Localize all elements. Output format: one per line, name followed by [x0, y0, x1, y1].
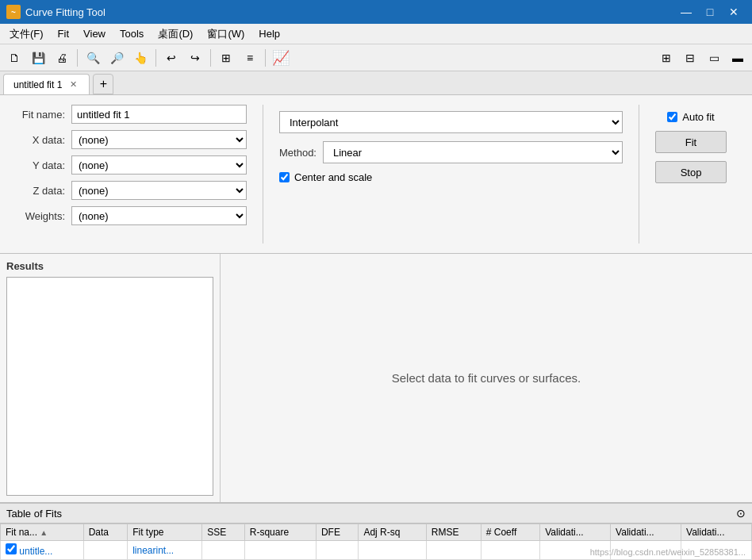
toolbar-list[interactable]: ≡: [239, 47, 261, 69]
col-validation-3[interactable]: Validati...: [681, 524, 752, 541]
tab-label: untitled fit 1: [13, 79, 62, 90]
cell-data: [83, 541, 127, 560]
x-data-label: X data:: [10, 134, 65, 146]
top-panel: Fit name: X data: (none) Y data: (none) …: [0, 95, 752, 254]
auto-fit-label: Auto fit: [682, 111, 714, 123]
toolbar-separator-4: [265, 49, 266, 67]
col-adj-rsq[interactable]: Adj R-sq: [359, 524, 426, 541]
toolbar-right-buttons: ⊞ ⊟ ▭ ▬: [655, 47, 749, 69]
menu-help[interactable]: Help: [252, 25, 286, 42]
toolbar-new[interactable]: 🗋: [3, 47, 25, 69]
menu-fit[interactable]: Fit: [52, 25, 75, 42]
table-title: Table of Fits: [6, 508, 62, 520]
form-panel: Fit name: X data: (none) Y data: (none) …: [10, 105, 263, 244]
menu-tools[interactable]: Tools: [113, 25, 150, 42]
toolbar-undo[interactable]: ↩: [160, 47, 182, 69]
view-grid-2x2[interactable]: ⊞: [655, 47, 677, 69]
weights-label: Weights:: [10, 210, 65, 222]
fit-name-label: Fit name:: [10, 109, 65, 121]
tab-add-button[interactable]: +: [93, 74, 113, 94]
table-header-bar: Table of Fits ⊙: [0, 504, 752, 524]
x-data-select[interactable]: (none): [71, 130, 247, 149]
table-collapse-button[interactable]: ⊙: [736, 507, 746, 520]
col-fit-name[interactable]: Fit na... ▲: [1, 524, 84, 541]
toolbar-zoom-out[interactable]: 🔎: [106, 47, 128, 69]
auto-fit-row: Auto fit: [667, 111, 714, 123]
toolbar: 🗋 💾 🖨 🔍 🔎 👆 ↩ ↪ ⊞ ≡ 📈 ⊞ ⊟ ▭ ▬: [0, 44, 752, 71]
fit-button[interactable]: Fit: [655, 131, 727, 153]
toolbar-grid[interactable]: ⊞: [215, 47, 237, 69]
cell-sse: [202, 541, 245, 560]
sort-arrow-icon: ▲: [40, 528, 48, 537]
center-scale-checkbox[interactable]: [279, 172, 290, 182]
toolbar-separator-2: [155, 49, 156, 67]
buttons-panel: Auto fit Fit Stop: [639, 105, 742, 244]
title-bar: ~ Curve Fitting Tool — □ ✕: [0, 0, 752, 24]
fit-name-link[interactable]: untitle...: [19, 546, 52, 557]
cell-adj-rsq: [359, 541, 426, 560]
window-controls: — □ ✕: [674, 0, 746, 24]
menu-view[interactable]: View: [77, 25, 112, 42]
toolbar-zoom-in[interactable]: 🔍: [82, 47, 104, 69]
col-fit-type[interactable]: Fit type: [128, 524, 202, 541]
close-button[interactable]: ✕: [722, 0, 746, 24]
y-data-label: Y data:: [10, 159, 65, 171]
toolbar-chart[interactable]: 📈: [270, 47, 292, 69]
chart-area: Select data to fit curves or surfaces.: [221, 254, 752, 502]
menu-file[interactable]: 文件(F): [3, 25, 50, 44]
view-split-h[interactable]: ▭: [703, 47, 725, 69]
options-panel: Interpolant Polynomial Custom Equation S…: [263, 105, 639, 244]
app-icon: ~: [6, 5, 21, 19]
weights-row: Weights: (none): [10, 206, 247, 225]
y-data-select[interactable]: (none): [71, 155, 247, 175]
method-select[interactable]: Linear Nearest neighbor Natural Cubic Bi…: [323, 141, 623, 163]
results-box: [6, 277, 213, 496]
tab-bar: untitled fit 1 ✕ +: [0, 71, 752, 95]
window-title: Curve Fitting Tool: [25, 6, 106, 18]
results-panel: Results: [0, 254, 221, 502]
toolbar-save[interactable]: 💾: [27, 47, 49, 69]
fit-type-select[interactable]: Interpolant Polynomial Custom Equation S…: [279, 111, 623, 133]
view-single[interactable]: ▬: [727, 47, 749, 69]
center-scale-label: Center and scale: [294, 171, 372, 183]
fit-type-link[interactable]: linearint...: [132, 545, 174, 556]
col-data[interactable]: Data: [83, 524, 127, 541]
col-sse[interactable]: SSE: [202, 524, 245, 541]
col-r-square[interactable]: R-square: [244, 524, 316, 541]
view-grid-1x2[interactable]: ⊟: [679, 47, 701, 69]
tab-close-icon[interactable]: ✕: [67, 79, 79, 91]
col-validation-1[interactable]: Validati...: [540, 524, 611, 541]
minimize-button[interactable]: —: [674, 0, 698, 24]
x-data-row: X data: (none): [10, 130, 247, 149]
chart-placeholder: Select data to fit curves or surfaces.: [392, 371, 581, 385]
col-validation-2[interactable]: Validati...: [611, 524, 681, 541]
tab-untitled-fit-1[interactable]: untitled fit 1 ✕: [3, 74, 90, 94]
menu-bar: 文件(F) Fit View Tools 桌面(D) 窗口(W) Help: [0, 24, 752, 44]
toolbar-separator-3: [210, 49, 211, 67]
col-coeff[interactable]: # Coeff: [481, 524, 539, 541]
row-checkbox[interactable]: [6, 543, 17, 554]
toolbar-print[interactable]: 🖨: [51, 47, 73, 69]
weights-select[interactable]: (none): [71, 206, 247, 225]
table-header-row: Fit na... ▲ Data Fit type SSE R-square D…: [1, 524, 752, 541]
toolbar-redo[interactable]: ↪: [184, 47, 206, 69]
col-rmse[interactable]: RMSE: [426, 524, 481, 541]
cell-dfe: [316, 541, 359, 560]
z-data-select[interactable]: (none): [71, 181, 247, 200]
col-dfe[interactable]: DFE: [316, 524, 359, 541]
menu-window[interactable]: 窗口(W): [201, 25, 251, 44]
fit-name-row: Fit name:: [10, 105, 247, 124]
auto-fit-checkbox[interactable]: [667, 112, 677, 122]
toolbar-select[interactable]: 👆: [129, 47, 152, 69]
cell-r-square: [244, 541, 316, 560]
method-row: Method: Linear Nearest neighbor Natural …: [279, 141, 623, 163]
cell-coeff: [481, 541, 539, 560]
menu-desktop[interactable]: 桌面(D): [152, 25, 199, 44]
maximize-button[interactable]: □: [698, 0, 722, 24]
z-data-row: Z data: (none): [10, 181, 247, 200]
fit-name-input[interactable]: [71, 105, 247, 124]
stop-button[interactable]: Stop: [655, 161, 727, 183]
cell-fit-name: untitle...: [1, 541, 84, 560]
y-data-row: Y data: (none): [10, 155, 247, 175]
results-title: Results: [6, 260, 213, 272]
